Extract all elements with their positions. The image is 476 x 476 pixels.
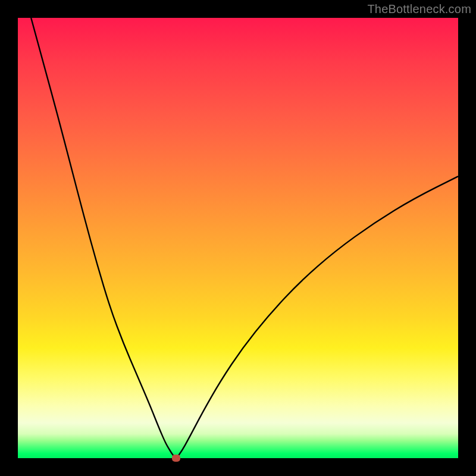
curve-path: [31, 18, 458, 458]
watermark-text: TheBottleneck.com: [367, 2, 471, 16]
plot-area: [18, 18, 458, 458]
minimum-marker: [172, 455, 180, 462]
bottleneck-curve: [18, 18, 458, 458]
chart-frame: TheBottleneck.com: [0, 0, 476, 476]
